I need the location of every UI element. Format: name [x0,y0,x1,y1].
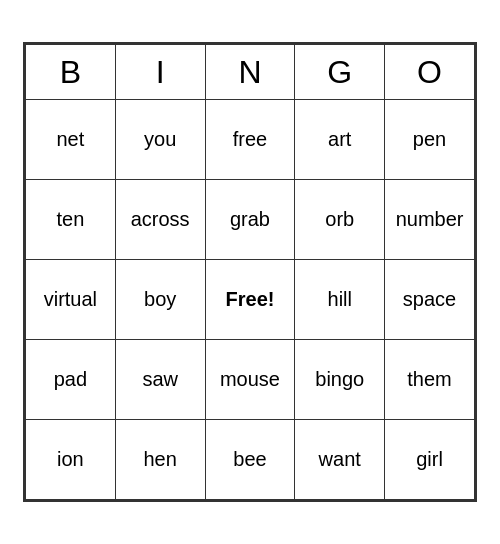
table-row: padsawmousebingothem [26,340,475,420]
cell-r2-c1: boy [115,260,205,340]
cell-r0-c3: art [295,100,385,180]
bingo-table: B I N G O netyoufreeartpentenacrossgrabo… [25,44,475,500]
cell-r0-c2: free [205,100,295,180]
header-row: B I N G O [26,45,475,100]
cell-r2-c4: space [385,260,475,340]
cell-r3-c3: bingo [295,340,385,420]
cell-r4-c3: want [295,420,385,500]
cell-r0-c4: pen [385,100,475,180]
table-row: netyoufreeartpen [26,100,475,180]
cell-r1-c2: grab [205,180,295,260]
cell-r1-c3: orb [295,180,385,260]
table-row: virtualboyFree!hillspace [26,260,475,340]
cell-r3-c2: mouse [205,340,295,420]
header-o: O [385,45,475,100]
header-i: I [115,45,205,100]
cell-r0-c0: net [26,100,116,180]
cell-r1-c4: number [385,180,475,260]
cell-r2-c2: Free! [205,260,295,340]
cell-r4-c4: girl [385,420,475,500]
cell-r4-c2: bee [205,420,295,500]
cell-r3-c0: pad [26,340,116,420]
bingo-body: netyoufreeartpentenacrossgraborbnumbervi… [26,100,475,500]
cell-r0-c1: you [115,100,205,180]
cell-r1-c1: across [115,180,205,260]
header-g: G [295,45,385,100]
header-b: B [26,45,116,100]
bingo-card: B I N G O netyoufreeartpentenacrossgrabo… [23,42,477,502]
cell-r4-c1: hen [115,420,205,500]
table-row: ionhenbeewantgirl [26,420,475,500]
cell-r4-c0: ion [26,420,116,500]
cell-r2-c0: virtual [26,260,116,340]
table-row: tenacrossgraborbnumber [26,180,475,260]
cell-r2-c3: hill [295,260,385,340]
header-n: N [205,45,295,100]
cell-r1-c0: ten [26,180,116,260]
cell-r3-c1: saw [115,340,205,420]
cell-r3-c4: them [385,340,475,420]
